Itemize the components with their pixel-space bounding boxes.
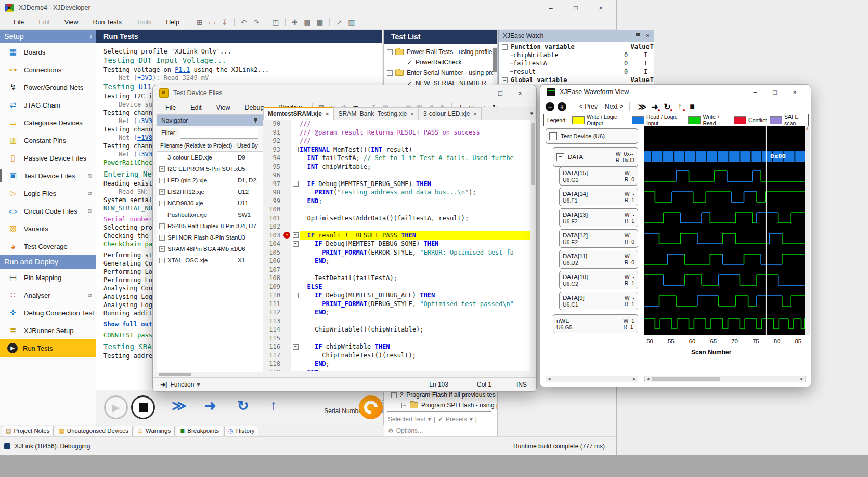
- navigator-columns[interactable]: Filename (Relative to Project) Used By: [157, 140, 263, 152]
- close-icon[interactable]: ×: [646, 32, 650, 39]
- line-number[interactable]: 91: [263, 128, 283, 137]
- signal-data-10-[interactable]: DATA[10]U6.C2W - R 1: [559, 271, 638, 289]
- menu-run-tests[interactable]: Run Tests: [86, 19, 129, 26]
- fold-toggle-icon[interactable]: −: [293, 232, 299, 238]
- navigator-file-row[interactable]: +XTAL_OSC.xjeX1: [157, 255, 263, 266]
- editor-tab-sram-bank-testing-xje[interactable]: SRAM_Bank_Testing.xje×: [333, 107, 419, 120]
- sidebar-item-connections[interactable]: ⊶Connections: [0, 61, 96, 78]
- expand-icon[interactable]: +: [159, 189, 165, 195]
- export-icon[interactable]: ↗: [333, 17, 345, 28]
- signal-data-12-[interactable]: DATA[12]U6.E2W - R 0: [559, 229, 638, 248]
- breakpoint-gutter[interactable]: [283, 342, 291, 351]
- line-number[interactable]: 107: [263, 266, 283, 274]
- fold-gutter[interactable]: [291, 266, 300, 274]
- line-number[interactable]: 106: [263, 257, 283, 266]
- line-number[interactable]: 110: [263, 291, 283, 300]
- breakpoint-gutter[interactable]: [283, 317, 291, 326]
- tab-breakpoints[interactable]: ≣Breakpoints: [176, 426, 223, 436]
- sidebar-item-jtag-chain[interactable]: ⇄JTAG Chain: [0, 96, 96, 114]
- move-icon[interactable]: ✚: [289, 17, 301, 28]
- line-number[interactable]: 95: [263, 163, 283, 171]
- tab-close-icon[interactable]: ×: [473, 111, 476, 117]
- line-number[interactable]: 117: [263, 351, 283, 360]
- navigator-file-row[interactable]: Pushbutton.xjeSW1: [157, 209, 263, 220]
- line-number[interactable]: 100: [263, 205, 283, 214]
- step-out-icon[interactable]: ↑: [270, 398, 277, 414]
- breakpoint-gutter[interactable]: [283, 197, 291, 206]
- breakpoint-gutter[interactable]: [283, 248, 291, 257]
- line-number[interactable]: 108: [263, 274, 283, 283]
- watch-section-header[interactable]: −Function variableValueT: [502, 43, 654, 51]
- minimize-icon[interactable]: –: [539, 0, 563, 16]
- sidebar-item-run-tests[interactable]: ▶Run Tests: [0, 339, 96, 357]
- waveform-titlebar[interactable]: XJEase Waveform View – □ ×: [540, 85, 811, 99]
- breakpoint-gutter[interactable]: [283, 274, 291, 283]
- watch-variable-row[interactable]: ┄failTestA0I: [502, 59, 654, 68]
- navigator-file-row[interactable]: +LIS2HH12.xjeU12: [157, 186, 263, 197]
- stop-icon[interactable]: ■: [686, 101, 698, 112]
- editor-menu-edit[interactable]: Edit: [183, 104, 209, 111]
- tab-uncategorised-devices[interactable]: ▦Uncategorised Devices: [55, 426, 133, 436]
- tree-toggle-icon[interactable]: −: [502, 77, 508, 83]
- fold-gutter[interactable]: −: [291, 231, 300, 240]
- breakpoint-gutter[interactable]: [283, 145, 291, 154]
- line-number[interactable]: 103: [263, 231, 283, 240]
- filter-input[interactable]: [180, 128, 258, 139]
- line-number[interactable]: 97: [263, 180, 283, 189]
- line-number[interactable]: 114: [263, 325, 283, 334]
- breakpoint-gutter[interactable]: ➜: [283, 231, 291, 240]
- editor-tab-memtestsram-xje[interactable]: MemtestSRAM.xje×: [263, 107, 333, 120]
- expand-icon[interactable]: +: [159, 246, 165, 252]
- open-project-icon[interactable]: ▭: [206, 17, 218, 28]
- watch-variable-row[interactable]: ┄result0I: [502, 68, 654, 76]
- sidebar-item-pin-mapping[interactable]: ▤Pin Mapping: [0, 269, 96, 286]
- breakpoint-gutter[interactable]: [283, 334, 291, 343]
- breakpoint-gutter[interactable]: [283, 154, 291, 163]
- tree-toggle-icon[interactable]: −: [391, 392, 397, 398]
- menu-help[interactable]: Help: [159, 19, 187, 26]
- sidebar-section-run-and-deploy[interactable]: Run and Deploy: [0, 255, 96, 269]
- navigator-file-row[interactable]: 3-colour-LED.xjeD9: [157, 152, 263, 163]
- step-out-icon[interactable]: ↑: [673, 101, 686, 112]
- watch-header[interactable]: XJEase Watch ×: [499, 30, 654, 42]
- undo-icon[interactable]: ↶: [238, 17, 250, 28]
- labels-hscrollbar[interactable]: ◄►: [546, 376, 638, 382]
- continue-icon[interactable]: ≫: [172, 398, 186, 414]
- selected-test-dropdown[interactable]: Selected Test: [388, 416, 425, 423]
- breakpoint-gutter[interactable]: [283, 308, 291, 317]
- fold-gutter[interactable]: [291, 188, 300, 197]
- console-link[interactable]: +3V3: [137, 74, 152, 82]
- tab-warnings[interactable]: ⚠Warnings: [134, 426, 175, 436]
- watch-variable-row[interactable]: ┄chipWritable0I: [502, 51, 654, 59]
- tree-toggle-icon[interactable]: −: [387, 49, 393, 55]
- editor-vscrollbar[interactable]: [530, 120, 536, 371]
- line-number[interactable]: 111: [263, 300, 283, 309]
- breakpoint-gutter[interactable]: [283, 360, 291, 368]
- maximize-icon[interactable]: □: [564, 0, 588, 16]
- line-number[interactable]: 98: [263, 188, 283, 197]
- fold-gutter[interactable]: [291, 120, 300, 128]
- fold-gutter[interactable]: [291, 368, 300, 372]
- sidebar-item-xjrunner-setup[interactable]: ≣XJRunner Setup: [0, 322, 96, 339]
- breakpoint-gutter[interactable]: [283, 283, 291, 292]
- line-number[interactable]: 109: [263, 283, 283, 292]
- menu-file[interactable]: File: [6, 19, 31, 26]
- pin-icon[interactable]: [253, 117, 258, 124]
- fold-gutter[interactable]: [291, 154, 300, 163]
- sidebar-item-circuit-code-files[interactable]: <>Circuit Code Files⧉: [0, 202, 96, 220]
- breakpoint-gutter[interactable]: [283, 120, 291, 128]
- fold-gutter[interactable]: [291, 300, 300, 309]
- zoom-out-icon[interactable]: −: [546, 102, 554, 111]
- fold-gutter[interactable]: [291, 351, 300, 360]
- tab-overflow-icon[interactable]: ▾: [530, 110, 533, 117]
- breakpoint-gutter[interactable]: [283, 171, 291, 180]
- editor-tab-3-colour-led-xje[interactable]: 3-colour-LED.xje×: [419, 107, 482, 120]
- breakpoint-gutter[interactable]: [283, 266, 291, 274]
- collapse-icon[interactable]: −: [549, 132, 557, 140]
- fold-gutter[interactable]: −: [291, 240, 300, 248]
- sidebar-item-analyser[interactable]: ∷Analyser⧉: [0, 286, 96, 304]
- sidebar-item-test-coverage[interactable]: ◕Test Coverage: [0, 237, 96, 255]
- fold-toggle-icon[interactable]: −: [293, 147, 299, 152]
- breakpoint-gutter[interactable]: [283, 180, 291, 189]
- breakpoint-gutter[interactable]: [283, 240, 291, 248]
